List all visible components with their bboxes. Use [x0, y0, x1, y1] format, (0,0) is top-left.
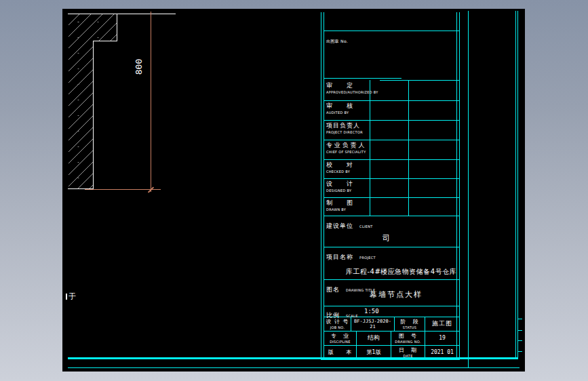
- job-no-label-en: JOB NO.: [330, 325, 345, 329]
- drawing-title-label-zh: 图名: [326, 286, 340, 293]
- titleblock-vline-col1: [370, 80, 370, 216]
- version-cell: 版 本: [324, 345, 356, 359]
- signature-row-drawn: 制 图 DRAWN BY: [324, 197, 370, 216]
- titleblock-hline-seal-bottom-b: [380, 80, 459, 81]
- signature-row-approved: 审 定 APPROVED/AUTHORIZED BY: [324, 80, 370, 100]
- project-label-zh: 项目名称: [326, 254, 353, 260]
- job-no-cell: 设 计 号 JOB NO.: [324, 317, 351, 331]
- drawing-title-value: 幕墙节点大样: [370, 289, 423, 300]
- signature-row-checked: 校 对 CHECKED BY: [324, 159, 370, 178]
- signature-row-chief-speciality: 专 业 负 责 人 CHIEF OF SPECIALITY: [324, 140, 370, 159]
- wall-outline-inner: [93, 41, 94, 189]
- titleblock-border-left-outer: [321, 12, 321, 359]
- discipline-label-zh: 专 业: [331, 333, 349, 339]
- drawing-no-label-zh: 图 号: [399, 333, 417, 339]
- discipline-cell: 专 业 DISCIPLINE: [324, 331, 356, 345]
- status-value: 施工图: [425, 317, 459, 331]
- checked-label-en: CHECKED BY: [326, 169, 370, 174]
- audited-label-zh: 审 核: [326, 102, 370, 109]
- approved-label-en: APPROVED/AUTHORIZED BY: [326, 90, 370, 94]
- version-label-zh: 版 本: [328, 349, 353, 355]
- approved-label-zh: 审 定: [326, 82, 370, 89]
- job-no-label-zh: 设 计 号: [326, 319, 349, 325]
- discipline-label-en: DISCIPLINE: [330, 340, 351, 344]
- client-label-zh: 建设单位: [326, 222, 353, 229]
- drawn-label-en: DRAWN BY: [326, 207, 370, 212]
- wall-outline-step-right: [117, 14, 117, 41]
- job-no-value: BF-JJSJ-2020-21: [351, 317, 394, 331]
- project-value: 库工程-4#楼应急物资储备4号仓库: [346, 267, 456, 277]
- client-label-en: CLIENT: [359, 224, 373, 228]
- project-director-label-zh: 项目负责人: [326, 122, 370, 129]
- binding-tick-2: [518, 330, 522, 331]
- titleblock-border-bottom: [321, 359, 460, 360]
- titleblock-hline-seal-bottom-a: [324, 78, 401, 79]
- drawing-no-cell: 图 号 DRAWING NO.: [391, 331, 425, 345]
- discipline-value: 结构: [357, 331, 391, 345]
- scale-cell: 比例 SCALE: [324, 306, 459, 317]
- binding-tick-3: [518, 340, 522, 341]
- date-value: 2021 01: [425, 345, 459, 359]
- wall-outline-step-bottom: [93, 41, 117, 41]
- drawing-no-label-en: DRAWING NO.: [395, 340, 420, 344]
- seal-label: 出图章 No.: [326, 39, 348, 43]
- chief-speciality-label-zh: 专 业 负 责 人: [326, 142, 370, 148]
- image-viewer-window: { "window": {"bg_top": "#8793A7", "bg_bo…: [0, 0, 588, 381]
- version-value: 第1版: [357, 345, 391, 359]
- scale-value: 1:50: [364, 308, 379, 315]
- chief-speciality-label-en: CHIEF OF SPECIALITY: [326, 150, 370, 154]
- sheet-frame-line-inner: [468, 11, 469, 368]
- sheet-frame-line-outer-b: [517, 11, 518, 359]
- project-director-label-en: PROJECT DIRECTOR: [326, 130, 370, 134]
- signature-row-designed: 设 计 DESIGNED BY: [324, 178, 370, 197]
- wall-outline-top: [68, 14, 176, 14]
- note-text: 于: [68, 292, 76, 302]
- project-label-en: PROJECT: [359, 256, 376, 260]
- drawn-label-zh: 制 图: [326, 199, 370, 206]
- drawing-no-value: 19: [425, 331, 459, 345]
- titleblock-vline-col2: [408, 80, 409, 216]
- hatch-region-lower: [68, 14, 93, 188]
- status-cell: 阶 段 STATUS: [395, 317, 425, 331]
- status-label-en: STATUS: [403, 325, 417, 329]
- designed-label-en: DESIGNED BY: [326, 188, 370, 193]
- signature-row-audited: 审 核 AUDITED BY: [324, 100, 370, 120]
- audited-label-en: AUDITED BY: [326, 111, 370, 115]
- status-label-zh: 阶 段: [401, 319, 419, 325]
- binding-tick-4: [518, 351, 522, 352]
- titleblock-border-right-outer: [459, 12, 460, 359]
- date-label-zh: 日 期: [399, 347, 417, 353]
- client-value: 司: [383, 233, 390, 243]
- designed-label-zh: 设 计: [326, 180, 370, 187]
- note-tick-mark: [66, 294, 67, 300]
- signature-row-project-director: 项目负责人 PROJECT DIRECTOR: [324, 120, 370, 140]
- sheet-bottom-border-thin: [68, 367, 520, 368]
- checked-label-zh: 校 对: [326, 161, 370, 168]
- client-cell: 建设单位 CLIENT: [324, 216, 459, 247]
- date-cell: 日 期 DATE: [391, 345, 425, 359]
- sheet-frame-line-outer-a: [515, 11, 516, 359]
- dimension-label-800: 800: [134, 54, 144, 81]
- binding-tick-1: [518, 319, 522, 319]
- dimension-line-vertical: [151, 12, 151, 192]
- date-label-en: DATE: [403, 354, 412, 358]
- seal-cell: 出图章 No.: [324, 31, 459, 78]
